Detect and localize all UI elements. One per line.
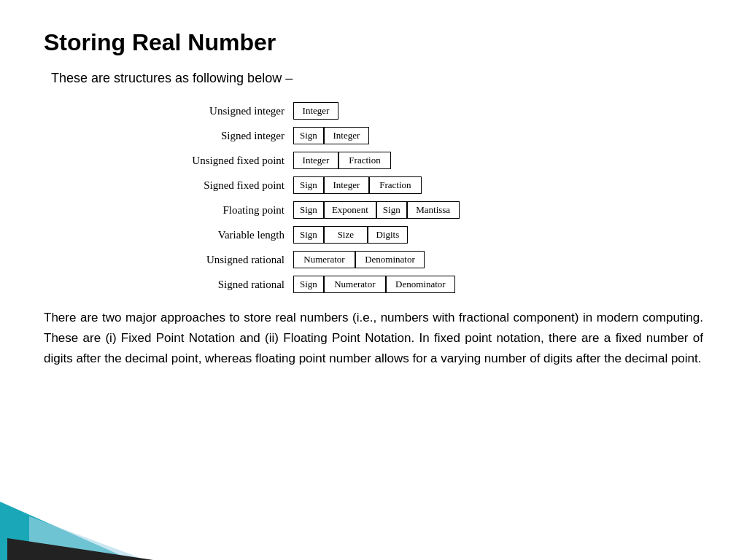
bottom-decoration [0, 487, 160, 560]
slide-title: Storing Real Number [44, 29, 703, 56]
box-numerator: Numerator [293, 251, 355, 268]
diagram-row: Variable lengthSignSizeDigits [140, 225, 607, 245]
box-integer: Integer [293, 152, 338, 169]
box-sign: Sign [293, 226, 324, 244]
box-integer: Integer [324, 176, 369, 194]
row-label: Unsigned integer [140, 105, 293, 117]
diagram-row: Signed integerSignInteger [140, 125, 607, 146]
row-label: Signed integer [140, 130, 293, 142]
row-label: Unsigned fixed point [140, 155, 293, 167]
row-boxes: IntegerFraction [293, 152, 391, 169]
diagram-row: Floating pointSignExponentSignMantissa [140, 200, 607, 220]
subtitle: These are structures as following below … [51, 71, 703, 86]
description: There are two major approaches to store … [44, 308, 703, 369]
box-size: Size [324, 226, 368, 244]
row-boxes: NumeratorDenominator [293, 251, 425, 268]
row-boxes: Integer [293, 102, 338, 120]
slide: Storing Real Number These are structures… [0, 0, 747, 560]
diagram-row: Unsigned rationalNumeratorDenominator [140, 249, 607, 270]
diagram-row: Signed rationalSignNumeratorDenominator [140, 274, 607, 295]
box-fraction: Fraction [338, 152, 391, 169]
diagram-row: Unsigned fixed pointIntegerFraction [140, 150, 607, 171]
box-denominator: Denominator [386, 276, 455, 293]
row-label: Variable length [140, 229, 293, 241]
box-digits: Digits [368, 226, 408, 244]
row-boxes: SignSizeDigits [293, 226, 408, 244]
box-sign: Sign [376, 201, 407, 219]
row-boxes: SignInteger [293, 127, 369, 144]
diagram-row: Unsigned integerInteger [140, 101, 607, 121]
box-numerator: Numerator [324, 276, 386, 293]
box-integer: Integer [293, 102, 338, 120]
box-sign: Sign [293, 201, 324, 219]
row-label: Unsigned rational [140, 254, 293, 266]
row-boxes: SignNumeratorDenominator [293, 276, 455, 293]
row-boxes: SignExponentSignMantissa [293, 201, 460, 219]
row-label: Signed rational [140, 279, 293, 291]
box-denominator: Denominator [355, 251, 425, 268]
box-exponent: Exponent [324, 201, 376, 219]
row-label: Signed fixed point [140, 179, 293, 192]
box-fraction: Fraction [369, 176, 422, 194]
box-sign: Sign [293, 127, 324, 144]
box-mantissa: Mantissa [407, 201, 460, 219]
row-label: Floating point [140, 204, 293, 217]
diagram-row: Signed fixed pointSignIntegerFraction [140, 175, 607, 195]
row-boxes: SignIntegerFraction [293, 176, 422, 194]
diagram: Unsigned integerIntegerSigned integerSig… [140, 101, 607, 295]
box-sign: Sign [293, 176, 324, 194]
box-sign: Sign [293, 276, 324, 293]
box-integer: Integer [324, 127, 369, 144]
